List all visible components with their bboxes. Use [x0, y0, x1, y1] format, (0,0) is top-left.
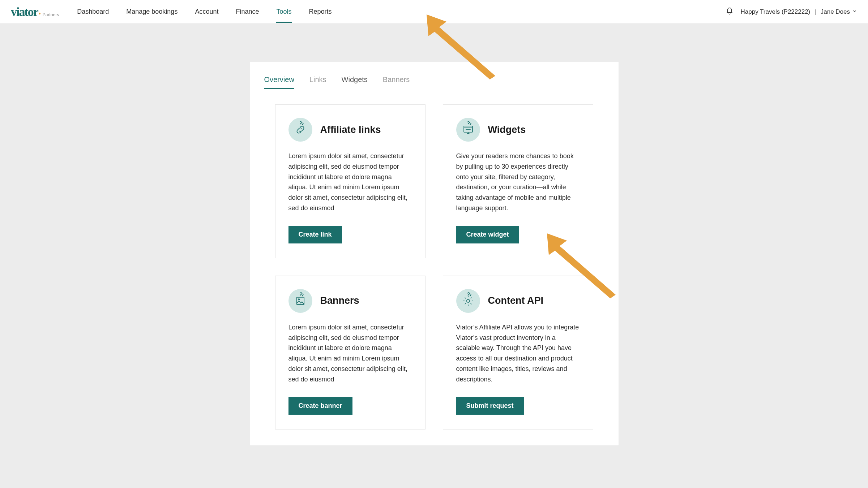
card-body: Lorem ipsum dolor sit amet, consectetur … — [288, 151, 412, 213]
svg-line-13 — [300, 293, 302, 295]
image-icon — [288, 289, 312, 313]
widget-icon — [456, 118, 480, 142]
logo-subtext: Partners — [43, 12, 59, 17]
tools-panel: Overview Links Widgets Banners Affiliate… — [250, 62, 619, 445]
svg-line-18 — [470, 294, 471, 296]
card-body: Give your readers more chances to book b… — [456, 151, 580, 213]
card-title: Widgets — [488, 124, 526, 135]
link-icon — [288, 118, 312, 142]
nav-account[interactable]: Account — [195, 1, 218, 23]
svg-line-10 — [467, 121, 469, 122]
top-header: viator Partners Dashboard Manage booking… — [0, 0, 868, 24]
card-content-api: Content API Viator’s Affiliate API allow… — [443, 276, 593, 429]
create-link-button[interactable]: Create link — [288, 226, 342, 243]
account-menu[interactable]: Happy Travels (P222222) | Jane Does — [741, 8, 857, 16]
chevron-down-icon — [852, 8, 857, 16]
card-title: Affiliate links — [320, 124, 381, 135]
card-affiliate-links: Affiliate links Lorem ipsum dolor sit am… — [275, 104, 426, 258]
nav-reports[interactable]: Reports — [309, 1, 332, 23]
svg-line-9 — [470, 123, 471, 125]
card-body: Viator’s Affiliate API allows you to int… — [456, 322, 580, 385]
sub-nav: Overview Links Widgets Banners — [264, 75, 604, 89]
svg-line-15 — [300, 292, 302, 293]
svg-line-14 — [302, 294, 303, 296]
svg-line-0 — [300, 122, 302, 124]
gear-icon — [456, 289, 480, 313]
account-company: Happy Travels (P222222) — [741, 8, 811, 16]
submit-request-button[interactable]: Submit request — [456, 397, 524, 415]
logo[interactable]: viator Partners — [11, 6, 59, 18]
card-title: Content API — [488, 295, 543, 306]
svg-line-19 — [467, 292, 469, 293]
tab-overview[interactable]: Overview — [264, 75, 294, 89]
svg-line-1 — [302, 123, 303, 125]
svg-line-17 — [468, 293, 470, 295]
create-widget-button[interactable]: Create widget — [456, 226, 519, 243]
create-banner-button[interactable]: Create banner — [288, 397, 352, 415]
nav-finance[interactable]: Finance — [236, 1, 259, 23]
logo-text: viator — [11, 6, 40, 18]
card-widgets: Widgets Give your readers more chances t… — [443, 104, 593, 258]
card-banners: Banners Lorem ipsum dolor sit amet, cons… — [275, 276, 426, 429]
card-body: Lorem ipsum dolor sit amet, consectetur … — [288, 322, 412, 385]
tab-banners[interactable]: Banners — [383, 75, 410, 89]
nav-tools[interactable]: Tools — [276, 1, 291, 23]
tab-widgets[interactable]: Widgets — [342, 75, 368, 89]
account-user: Jane Does — [821, 8, 850, 16]
card-grid: Affiliate links Lorem ipsum dolor sit am… — [264, 104, 604, 429]
bell-icon[interactable] — [726, 7, 734, 17]
main-nav: Dashboard Manage bookings Account Financ… — [77, 1, 725, 23]
card-title: Banners — [320, 295, 359, 306]
header-right: Happy Travels (P222222) | Jane Does — [726, 7, 857, 17]
nav-dashboard[interactable]: Dashboard — [77, 1, 109, 23]
svg-line-2 — [300, 121, 302, 122]
tab-links[interactable]: Links — [309, 75, 326, 89]
nav-manage-bookings[interactable]: Manage bookings — [126, 1, 178, 23]
svg-line-8 — [468, 122, 470, 124]
